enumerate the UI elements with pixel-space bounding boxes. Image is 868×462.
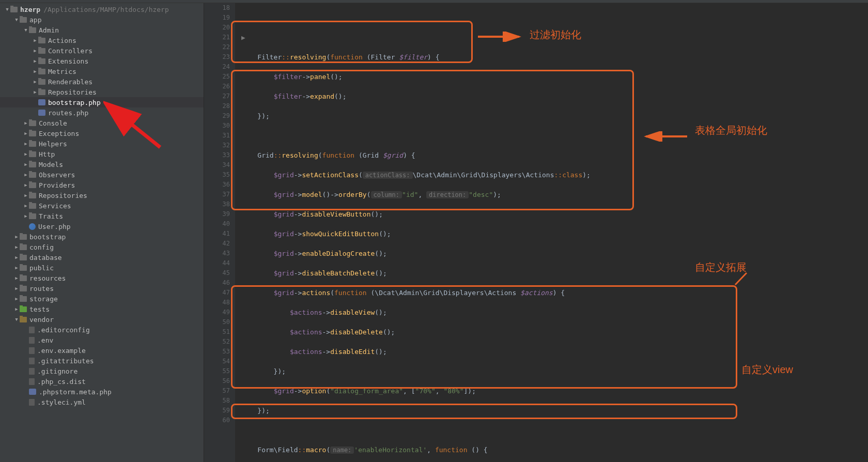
expand-arrow-icon[interactable] [32,38,38,43]
tree-item--env-example[interactable]: .env.example [0,345,204,356]
phpclass-icon [29,223,36,230]
tree-item-label: Actions [48,37,76,44]
tree-item-public[interactable]: public [0,263,204,273]
tree-item-bootstrap[interactable]: bootstrap [0,232,204,242]
expand-arrow-icon[interactable] [23,213,29,219]
line-number: 18 [204,3,230,13]
expand-arrow-icon[interactable] [32,69,38,74]
tree-item-user-php[interactable]: User.php [0,221,204,232]
tree-item-observers[interactable]: Observers [0,170,204,180]
tree-item-console[interactable]: Console [0,118,204,128]
tree-item-routes[interactable]: routes [0,283,204,294]
line-number: 57 [204,386,230,396]
tree-item-vendor[interactable]: vendor [0,314,204,325]
tree-item-storage[interactable]: storage [0,294,204,304]
expand-arrow-icon[interactable] [23,151,29,157]
tree-item-label: resources [29,274,66,282]
expand-arrow-icon[interactable] [23,193,29,198]
tree-item--php-cs-dist[interactable]: .php_cs.dist [0,376,204,387]
line-number: 50 [204,317,230,327]
expand-arrow-icon[interactable] [13,17,20,22]
tree-item-providers[interactable]: Providers [0,180,204,190]
expand-arrow-icon[interactable] [13,275,20,281]
php-icon [38,110,45,116]
line-number: 19 [204,13,230,23]
expand-arrow-icon[interactable] [32,79,38,84]
tree-item-repositories[interactable]: Repositories [0,87,204,97]
tree-item-routes-php[interactable]: routes.php [0,107,204,118]
project-path: /Applications/MAMP/htdocs/hzerp [43,6,169,13]
folder-icon [38,48,45,54]
expand-arrow-icon[interactable] [13,286,20,291]
line-number: 39 [204,209,230,219]
fold-icon[interactable]: ▶ [241,34,245,41]
tree-item-exceptions[interactable]: Exceptions [0,128,204,138]
line-number: 60 [204,415,230,425]
folder-icon [29,182,36,188]
folder-icon [29,141,36,147]
expand-arrow-icon[interactable] [13,244,20,250]
expand-arrow-icon[interactable] [23,182,29,188]
expand-arrow-icon[interactable] [23,120,29,126]
expand-arrow-icon[interactable] [32,89,38,95]
folder-icon [20,234,27,240]
tree-item-renderables[interactable]: Renderables [0,76,204,87]
expand-arrow-icon[interactable] [23,27,29,33]
tree-item--gitattributes[interactable]: .gitattributes [0,356,204,366]
tree-item-bootstrap-php[interactable]: bootstrap.php [0,97,204,107]
line-number: 23 [204,52,230,62]
expand-arrow-icon[interactable] [13,234,20,239]
tree-item-traits[interactable]: Traits [0,211,204,221]
tree-item--env[interactable]: .env [0,335,204,345]
tree-item-database[interactable]: database [0,252,204,263]
expand-arrow-icon[interactable] [23,162,29,167]
expand-arrow-icon[interactable] [4,7,10,12]
tree-item--editorconfig[interactable]: .editorconfig [0,325,204,335]
folder-icon [20,275,27,281]
line-number: 30 [204,121,230,131]
tree-item-admin[interactable]: Admin [0,25,204,35]
expand-arrow-icon[interactable] [32,58,38,64]
tree-item--gitignore[interactable]: .gitignore [0,366,204,376]
expand-arrow-icon[interactable] [23,141,29,146]
expand-arrow-icon[interactable] [13,306,20,312]
tree-item-metrics[interactable]: Metrics [0,66,204,76]
expand-arrow-icon[interactable] [13,265,20,270]
tree-item-repositories[interactable]: Repositories [0,190,204,201]
expand-arrow-icon[interactable] [23,131,29,136]
tree-item-hzerp[interactable]: hzerp/Applications/MAMP/htdocs/hzerp [0,4,204,14]
tree-item-http[interactable]: Http [0,149,204,159]
tree-item-services[interactable]: Services [0,201,204,211]
tree-item-label: Traits [39,212,63,220]
tree-item-helpers[interactable]: Helpers [0,138,204,149]
line-number: 22 [204,42,230,52]
folder-icon [20,17,27,23]
tree-item-app[interactable]: app [0,14,204,25]
tree-item-models[interactable]: Models [0,159,204,170]
expand-arrow-icon[interactable] [13,296,20,301]
line-number: 36 [204,180,230,190]
tree-item-extensions[interactable]: Extensions [0,56,204,66]
tree-item-controllers[interactable]: Controllers [0,45,204,56]
expand-arrow-icon[interactable] [32,48,38,53]
editor-pane[interactable]: 1819202122232425262728293031323334353637… [204,3,868,462]
expand-arrow-icon[interactable] [23,172,29,177]
file-icon [29,327,35,333]
tree-item-actions[interactable]: Actions [0,35,204,45]
folder-icon [20,286,27,291]
tree-item--phpstorm-meta-php[interactable]: .phpstorm.meta.php [0,387,204,397]
folder-icon [29,151,36,157]
tree-item-config[interactable]: config [0,242,204,252]
tree-item-tests[interactable]: tests [0,304,204,314]
project-tree[interactable]: hzerp/Applications/MAMP/htdocs/hzerpappA… [0,3,204,462]
expand-arrow-icon[interactable] [23,203,29,208]
tree-item-resources[interactable]: resources [0,273,204,283]
line-number: 21 [204,33,230,42]
expand-arrow-icon[interactable] [13,255,20,260]
folder-icon [38,38,45,43]
code-area[interactable]: ▶ Filter::resolving(function (Filter $fi… [235,3,868,462]
expand-arrow-icon[interactable] [13,317,20,322]
folder-icon [29,193,36,198]
tree-item--styleci-yml[interactable]: .styleci.yml [0,397,204,407]
tree-item-label: database [29,254,62,261]
